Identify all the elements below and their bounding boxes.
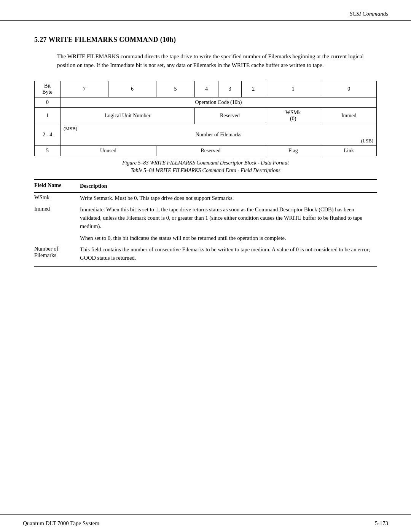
bit-4-header: 4 xyxy=(195,81,218,97)
wsmk-description: Write Setmark. Must be 0. This tape driv… xyxy=(80,193,377,204)
section-number: 5.27 xyxy=(34,36,47,43)
table-row-1: 1 Logical Unit Number Reserved WSMk(0) I… xyxy=(35,107,377,124)
byte-2-4: 2 - 4 xyxy=(35,124,61,145)
opcode-cell: Operation Code (10h) xyxy=(61,97,377,107)
lun-cell: Logical Unit Number xyxy=(61,107,195,124)
description-header: Description xyxy=(80,179,377,193)
bit-0-header: 0 xyxy=(321,81,377,97)
table-row-2-4: 2 - 4 (MSB) Number of Filemarks (LSB) xyxy=(35,124,377,145)
figure-caption: Figure 5–83 WRITE FILEMARKS Command Desc… xyxy=(34,160,377,166)
wsmk-field-name: WSmk xyxy=(34,193,80,204)
num-filemarks-description: This field contains the number of consec… xyxy=(80,244,377,266)
table-caption: Table 5–84 WRITE FILEMARKS Command Data … xyxy=(34,168,377,174)
bit-2-header: 2 xyxy=(242,81,265,97)
immed-row: Immed Immediate. When this bit is set to… xyxy=(34,204,377,244)
byte-0: 0 xyxy=(35,97,61,107)
footer-left: Quantum DLT 7000 Tape System xyxy=(23,520,99,527)
bit-5-header: 5 xyxy=(156,81,194,97)
field-descriptions-table: Field Name Description WSmk Write Setmar… xyxy=(34,179,377,267)
header-title: SCSI Commands xyxy=(350,11,388,17)
link-cell: Link xyxy=(321,145,377,156)
msb-label: (MSB) xyxy=(64,126,373,132)
num-filemarks-row: Number ofFilemarks This field contains t… xyxy=(34,244,377,266)
byte-1: 1 xyxy=(35,107,61,124)
bit-1-header: 1 xyxy=(265,81,321,97)
unused-cell: Unused xyxy=(61,145,156,156)
section-title: WRITE FILEMARKS COMMAND (10h) xyxy=(49,36,176,43)
lsb-label: (LSB) xyxy=(64,138,373,144)
command-table: Bit Byte 7 6 5 4 3 2 1 0 0 Operation Cod… xyxy=(34,81,377,156)
field-table-header-row: Field Name Description xyxy=(34,179,377,193)
footer-right: 5-173 xyxy=(375,520,388,527)
byte-5: 5 xyxy=(35,145,61,156)
wsmk-cell: WSMk(0) xyxy=(265,107,321,124)
num-filemarks-label: Number of Filemarks xyxy=(64,132,373,138)
bit-3-header: 3 xyxy=(218,81,242,97)
intro-paragraph: The WRITE FILEMARKS command directs the … xyxy=(57,52,377,70)
reserved-cell-5: Reserved xyxy=(156,145,265,156)
table-row-0: 0 Operation Code (10h) xyxy=(35,97,377,107)
filemarks-cell: (MSB) Number of Filemarks (LSB) xyxy=(61,124,377,145)
bit-7-header: 7 xyxy=(61,81,108,97)
wsmk-row: WSmk Write Setmark. Must be 0. This tape… xyxy=(34,193,377,204)
immed-cell: Immed xyxy=(321,107,377,124)
reserved-cell-1: Reserved xyxy=(195,107,265,124)
immed-description: Immediate. When this bit is set to 1, th… xyxy=(80,204,377,244)
main-content: 5.27 WRITE FILEMARKS COMMAND (10h) The W… xyxy=(0,21,411,289)
field-name-header: Field Name xyxy=(34,179,80,193)
bit-6-header: 6 xyxy=(108,81,156,97)
flag-cell: Flag xyxy=(265,145,321,156)
bit-byte-header: Bit Byte xyxy=(35,81,61,97)
section-heading: 5.27 WRITE FILEMARKS COMMAND (10h) xyxy=(34,36,377,44)
immed-field-name: Immed xyxy=(34,204,80,244)
table-row-5: 5 Unused Reserved Flag Link xyxy=(35,145,377,156)
page-header: SCSI Commands xyxy=(0,0,411,21)
page-footer: Quantum DLT 7000 Tape System 5-173 xyxy=(0,514,411,532)
num-filemarks-field-name: Number ofFilemarks xyxy=(34,244,80,266)
